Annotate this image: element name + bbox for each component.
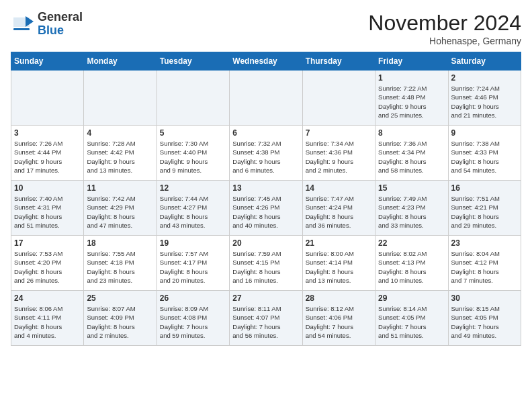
day-info: Sunrise: 7:55 AM Sunset: 4:18 PM Dayligh… bbox=[87, 249, 153, 285]
day-info: Sunrise: 8:07 AM Sunset: 4:09 PM Dayligh… bbox=[87, 304, 153, 340]
header-wednesday: Wednesday bbox=[230, 52, 302, 71]
calendar-week-2: 3Sunrise: 7:26 AM Sunset: 4:44 PM Daylig… bbox=[11, 126, 521, 181]
calendar-week-3: 10Sunrise: 7:40 AM Sunset: 4:31 PM Dayli… bbox=[11, 181, 521, 236]
day-info: Sunrise: 8:06 AM Sunset: 4:11 PM Dayligh… bbox=[14, 304, 81, 340]
calendar-table: SundayMondayTuesdayWednesdayThursdayFrid… bbox=[11, 52, 521, 346]
calendar-cell: 10Sunrise: 7:40 AM Sunset: 4:31 PM Dayli… bbox=[11, 181, 84, 236]
calendar-cell: 21Sunrise: 8:00 AM Sunset: 4:14 PM Dayli… bbox=[302, 236, 375, 291]
day-info: Sunrise: 7:49 AM Sunset: 4:23 PM Dayligh… bbox=[378, 194, 445, 230]
day-info: Sunrise: 7:57 AM Sunset: 4:17 PM Dayligh… bbox=[160, 249, 226, 285]
calendar-cell: 18Sunrise: 7:55 AM Sunset: 4:18 PM Dayli… bbox=[84, 236, 157, 291]
calendar-cell: 4Sunrise: 7:28 AM Sunset: 4:42 PM Daylig… bbox=[84, 126, 157, 181]
header-thursday: Thursday bbox=[302, 52, 375, 71]
logo-blue-text: Blue bbox=[38, 24, 83, 38]
day-info: Sunrise: 8:11 AM Sunset: 4:07 PM Dayligh… bbox=[232, 304, 299, 340]
day-number: 5 bbox=[160, 128, 226, 138]
calendar-cell bbox=[157, 71, 229, 126]
day-number: 12 bbox=[160, 183, 226, 193]
day-info: Sunrise: 8:04 AM Sunset: 4:12 PM Dayligh… bbox=[451, 249, 518, 285]
day-number: 2 bbox=[451, 73, 518, 83]
logo: General Blue bbox=[11, 11, 83, 38]
day-number: 16 bbox=[451, 183, 518, 193]
day-number: 22 bbox=[378, 238, 445, 248]
calendar-week-5: 24Sunrise: 8:06 AM Sunset: 4:11 PM Dayli… bbox=[11, 291, 521, 346]
location-subtitle: Hohenaspe, Germany bbox=[368, 36, 521, 46]
calendar-cell: 30Sunrise: 8:15 AM Sunset: 4:05 PM Dayli… bbox=[448, 291, 521, 346]
day-number: 3 bbox=[14, 128, 81, 138]
month-title: November 2024 bbox=[368, 11, 521, 36]
day-info: Sunrise: 7:38 AM Sunset: 4:33 PM Dayligh… bbox=[451, 139, 518, 175]
logo-text: General Blue bbox=[38, 11, 83, 38]
calendar-cell: 26Sunrise: 8:09 AM Sunset: 4:08 PM Dayli… bbox=[157, 291, 229, 346]
day-info: Sunrise: 7:36 AM Sunset: 4:34 PM Dayligh… bbox=[378, 139, 445, 175]
day-info: Sunrise: 8:02 AM Sunset: 4:13 PM Dayligh… bbox=[378, 249, 445, 285]
day-number: 24 bbox=[14, 293, 81, 303]
day-number: 10 bbox=[14, 183, 81, 193]
day-info: Sunrise: 7:59 AM Sunset: 4:15 PM Dayligh… bbox=[232, 249, 299, 285]
day-info: Sunrise: 7:30 AM Sunset: 4:40 PM Dayligh… bbox=[160, 139, 226, 175]
calendar-cell: 28Sunrise: 8:12 AM Sunset: 4:06 PM Dayli… bbox=[302, 291, 375, 346]
day-number: 6 bbox=[232, 128, 299, 138]
header: General Blue November 2024 Hohenaspe, Ge… bbox=[11, 11, 521, 46]
calendar-week-1: 1Sunrise: 7:22 AM Sunset: 4:48 PM Daylig… bbox=[11, 71, 521, 126]
day-info: Sunrise: 7:47 AM Sunset: 4:24 PM Dayligh… bbox=[306, 194, 372, 230]
day-info: Sunrise: 8:09 AM Sunset: 4:08 PM Dayligh… bbox=[160, 304, 226, 340]
day-number: 19 bbox=[160, 238, 226, 248]
day-info: Sunrise: 7:24 AM Sunset: 4:46 PM Dayligh… bbox=[451, 84, 518, 120]
calendar-cell: 27Sunrise: 8:11 AM Sunset: 4:07 PM Dayli… bbox=[230, 291, 302, 346]
header-sunday: Sunday bbox=[11, 52, 84, 71]
logo-general-text: General bbox=[38, 11, 83, 24]
title-area: November 2024 Hohenaspe, Germany bbox=[368, 11, 521, 46]
day-info: Sunrise: 7:22 AM Sunset: 4:48 PM Dayligh… bbox=[378, 84, 445, 120]
calendar-cell bbox=[11, 71, 84, 126]
calendar-cell: 2Sunrise: 7:24 AM Sunset: 4:46 PM Daylig… bbox=[448, 71, 521, 126]
calendar-cell: 7Sunrise: 7:34 AM Sunset: 4:36 PM Daylig… bbox=[302, 126, 375, 181]
day-number: 17 bbox=[14, 238, 81, 248]
calendar-cell: 5Sunrise: 7:30 AM Sunset: 4:40 PM Daylig… bbox=[157, 126, 229, 181]
day-number: 23 bbox=[451, 238, 518, 248]
calendar-cell: 12Sunrise: 7:44 AM Sunset: 4:27 PM Dayli… bbox=[157, 181, 229, 236]
svg-rect-3 bbox=[13, 28, 30, 30]
day-number: 7 bbox=[306, 128, 372, 138]
day-number: 30 bbox=[451, 293, 518, 303]
calendar-cell: 22Sunrise: 8:02 AM Sunset: 4:13 PM Dayli… bbox=[375, 236, 448, 291]
calendar-cell: 16Sunrise: 7:51 AM Sunset: 4:21 PM Dayli… bbox=[448, 181, 521, 236]
calendar-cell: 24Sunrise: 8:06 AM Sunset: 4:11 PM Dayli… bbox=[11, 291, 84, 346]
day-number: 1 bbox=[378, 73, 445, 83]
day-info: Sunrise: 7:34 AM Sunset: 4:36 PM Dayligh… bbox=[306, 139, 372, 175]
day-info: Sunrise: 7:44 AM Sunset: 4:27 PM Dayligh… bbox=[160, 194, 226, 230]
day-info: Sunrise: 7:51 AM Sunset: 4:21 PM Dayligh… bbox=[451, 194, 518, 230]
calendar-cell: 23Sunrise: 8:04 AM Sunset: 4:12 PM Dayli… bbox=[448, 236, 521, 291]
calendar-cell: 3Sunrise: 7:26 AM Sunset: 4:44 PM Daylig… bbox=[11, 126, 84, 181]
day-number: 8 bbox=[378, 128, 445, 138]
day-number: 28 bbox=[306, 293, 372, 303]
day-info: Sunrise: 8:15 AM Sunset: 4:05 PM Dayligh… bbox=[451, 304, 518, 340]
header-monday: Monday bbox=[84, 52, 157, 71]
header-friday: Friday bbox=[375, 52, 448, 71]
day-info: Sunrise: 7:45 AM Sunset: 4:26 PM Dayligh… bbox=[232, 194, 299, 230]
calendar-cell: 25Sunrise: 8:07 AM Sunset: 4:09 PM Dayli… bbox=[84, 291, 157, 346]
day-info: Sunrise: 8:12 AM Sunset: 4:06 PM Dayligh… bbox=[306, 304, 372, 340]
calendar-cell bbox=[84, 71, 157, 126]
calendar-cell: 17Sunrise: 7:53 AM Sunset: 4:20 PM Dayli… bbox=[11, 236, 84, 291]
calendar-cell bbox=[302, 71, 375, 126]
calendar-week-4: 17Sunrise: 7:53 AM Sunset: 4:20 PM Dayli… bbox=[11, 236, 521, 291]
day-info: Sunrise: 8:14 AM Sunset: 4:05 PM Dayligh… bbox=[378, 304, 445, 340]
day-info: Sunrise: 7:40 AM Sunset: 4:31 PM Dayligh… bbox=[14, 194, 81, 230]
calendar-cell: 11Sunrise: 7:42 AM Sunset: 4:29 PM Dayli… bbox=[84, 181, 157, 236]
day-info: Sunrise: 7:28 AM Sunset: 4:42 PM Dayligh… bbox=[87, 139, 153, 175]
calendar-header-row: SundayMondayTuesdayWednesdayThursdayFrid… bbox=[11, 52, 521, 71]
day-number: 11 bbox=[87, 183, 153, 193]
calendar-cell: 15Sunrise: 7:49 AM Sunset: 4:23 PM Dayli… bbox=[375, 181, 448, 236]
calendar-cell: 29Sunrise: 8:14 AM Sunset: 4:05 PM Dayli… bbox=[375, 291, 448, 346]
calendar-cell: 8Sunrise: 7:36 AM Sunset: 4:34 PM Daylig… bbox=[375, 126, 448, 181]
day-number: 14 bbox=[306, 183, 372, 193]
day-number: 15 bbox=[378, 183, 445, 193]
day-number: 27 bbox=[232, 293, 299, 303]
calendar-cell: 9Sunrise: 7:38 AM Sunset: 4:33 PM Daylig… bbox=[448, 126, 521, 181]
day-number: 13 bbox=[232, 183, 299, 193]
calendar-cell: 6Sunrise: 7:32 AM Sunset: 4:38 PM Daylig… bbox=[230, 126, 302, 181]
day-info: Sunrise: 7:26 AM Sunset: 4:44 PM Dayligh… bbox=[14, 139, 81, 175]
calendar-cell: 13Sunrise: 7:45 AM Sunset: 4:26 PM Dayli… bbox=[230, 181, 302, 236]
calendar-cell: 19Sunrise: 7:57 AM Sunset: 4:17 PM Dayli… bbox=[157, 236, 229, 291]
